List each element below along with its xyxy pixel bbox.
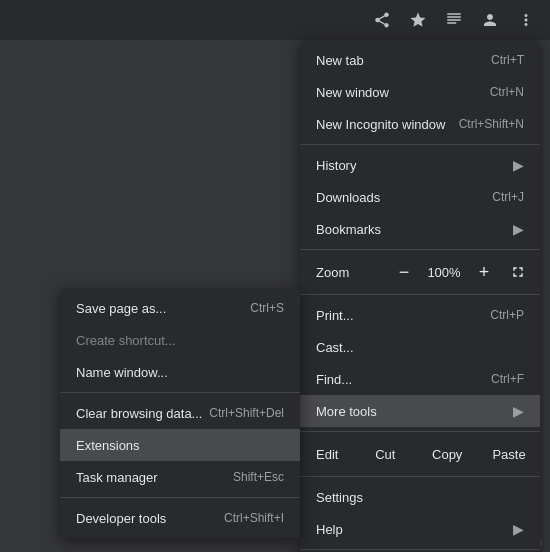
menu-item-clear-browsing[interactable]: Clear browsing data... Ctrl+Shift+Del (60, 397, 300, 429)
zoom-label: Zoom (308, 265, 388, 280)
tab-icon[interactable] (438, 4, 470, 36)
menu-item-label: Extensions (76, 438, 140, 453)
menu-item-cast[interactable]: Cast... (300, 331, 540, 363)
menu-item-more-tools[interactable]: More tools ▶ (300, 395, 540, 427)
menu-item-shortcut: Ctrl+J (492, 190, 524, 204)
menu-item-label: New tab (316, 53, 364, 68)
separator (300, 144, 540, 145)
zoom-row: Zoom − 100% + (300, 254, 540, 290)
menu-item-label: History (316, 158, 356, 173)
menu-item-label: Name window... (76, 365, 168, 380)
menu-item-label: More tools (316, 404, 377, 419)
separator (300, 476, 540, 477)
menu-item-shortcut: Ctrl+P (490, 308, 524, 322)
separator (300, 431, 540, 432)
copy-button[interactable]: Copy (416, 436, 478, 472)
menu-item-label: Bookmarks (316, 222, 381, 237)
zoom-out-button[interactable]: − (388, 258, 420, 286)
share-icon[interactable] (366, 4, 398, 36)
menu-item-label: Save page as... (76, 301, 166, 316)
menu-item-extensions[interactable]: Extensions (60, 429, 300, 461)
submenu-arrow-icon: ▶ (513, 221, 524, 237)
menu-item-label: Create shortcut... (76, 333, 176, 348)
menu-item-task-manager[interactable]: Task manager Shift+Esc (60, 461, 300, 493)
profile-icon[interactable] (474, 4, 506, 36)
more-tools-submenu: Save page as... Ctrl+S Create shortcut..… (60, 288, 300, 538)
submenu-arrow-icon: ▶ (513, 403, 524, 419)
menu-item-print[interactable]: Print... Ctrl+P (300, 299, 540, 331)
menu-item-shortcut: Ctrl+S (250, 301, 284, 315)
submenu-arrow-icon: ▶ (513, 157, 524, 173)
separator (300, 249, 540, 250)
zoom-value: 100% (420, 265, 468, 280)
menu-item-label: Print... (316, 308, 354, 323)
menu-item-new-window[interactable]: New window Ctrl+N (300, 76, 540, 108)
menu-item-downloads[interactable]: Downloads Ctrl+J (300, 181, 540, 213)
menu-item-help[interactable]: Help ▶ (300, 513, 540, 545)
menu-item-shortcut: Ctrl+Shift+I (224, 511, 284, 525)
zoom-controls: − 100% + (388, 258, 532, 286)
separator (60, 497, 300, 498)
main-dropdown-menu: New tab Ctrl+T New window Ctrl+N New Inc… (300, 40, 540, 552)
menu-item-label: Clear browsing data... (76, 406, 202, 421)
fullscreen-button[interactable] (504, 258, 532, 286)
menu-item-incognito[interactable]: New Incognito window Ctrl+Shift+N (300, 108, 540, 140)
separator (300, 549, 540, 550)
paste-button[interactable]: Paste (478, 436, 540, 472)
menu-item-create-shortcut[interactable]: Create shortcut... (60, 324, 300, 356)
menu-item-find[interactable]: Find... Ctrl+F (300, 363, 540, 395)
menu-item-label: Settings (316, 490, 363, 505)
menu-item-developer-tools[interactable]: Developer tools Ctrl+Shift+I (60, 502, 300, 534)
menu-item-shortcut: Ctrl+F (491, 372, 524, 386)
menu-item-shortcut: Shift+Esc (233, 470, 284, 484)
zoom-in-button[interactable]: + (468, 258, 500, 286)
menu-item-label: Cast... (316, 340, 354, 355)
menu-item-label: Developer tools (76, 511, 166, 526)
menu-item-shortcut: Ctrl+N (490, 85, 524, 99)
menu-item-label: Task manager (76, 470, 158, 485)
edit-label: Edit (300, 447, 354, 462)
menu-item-shortcut: Ctrl+Shift+N (459, 117, 524, 131)
menu-item-history[interactable]: History ▶ (300, 149, 540, 181)
menu-item-label: New window (316, 85, 389, 100)
separator (300, 294, 540, 295)
menu-icon[interactable] (510, 4, 542, 36)
menu-item-label: Find... (316, 372, 352, 387)
separator (60, 392, 300, 393)
menu-item-label: Help (316, 522, 343, 537)
browser-toolbar (0, 0, 550, 40)
star-icon[interactable] (402, 4, 434, 36)
edit-row: Edit Cut Copy Paste (300, 436, 540, 472)
menu-item-label: New Incognito window (316, 117, 445, 132)
menu-item-label: Downloads (316, 190, 380, 205)
menu-item-new-tab[interactable]: New tab Ctrl+T (300, 44, 540, 76)
main-content: APPUALS New tab Ctrl+T New window Ctrl+N… (0, 40, 550, 552)
submenu-arrow-icon: ▶ (513, 521, 524, 537)
menu-item-shortcut: Ctrl+T (491, 53, 524, 67)
menu-item-save-page[interactable]: Save page as... Ctrl+S (60, 292, 300, 324)
menu-item-shortcut: Ctrl+Shift+Del (209, 406, 284, 420)
menu-item-name-window[interactable]: Name window... (60, 356, 300, 388)
menu-item-settings[interactable]: Settings (300, 481, 540, 513)
menu-item-bookmarks[interactable]: Bookmarks ▶ (300, 213, 540, 245)
cut-button[interactable]: Cut (354, 436, 416, 472)
